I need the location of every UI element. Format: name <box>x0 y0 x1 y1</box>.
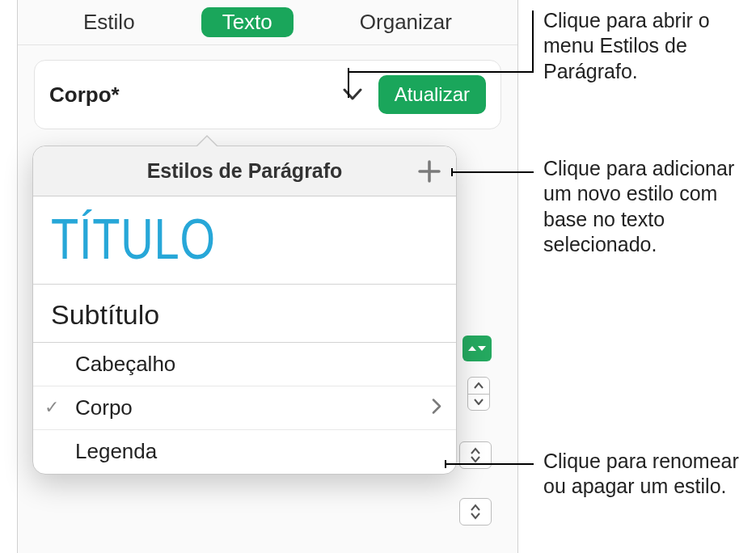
tab-text[interactable]: Texto <box>201 7 294 37</box>
style-item-subtitulo-label: Subtítulo <box>51 299 159 330</box>
callout-lead <box>451 171 534 173</box>
style-item-submenu-button[interactable] <box>432 395 441 420</box>
chevron-up-icon <box>474 382 484 389</box>
chevron-right-icon <box>432 399 441 415</box>
add-style-button[interactable] <box>417 159 441 184</box>
style-item-titulo[interactable]: TÍTULO <box>33 196 456 285</box>
update-style-button[interactable]: Atualizar <box>378 75 486 114</box>
style-item-cabecalho-label: Cabeçalho <box>75 352 175 377</box>
font-size-stepper[interactable] <box>467 377 490 411</box>
callout-add-style: Clique para adicionar um novo estilo com… <box>543 156 754 257</box>
paragraph-styles-popover: Estilos de Parágrafo TÍTULO Subtítulo Ca… <box>32 146 457 475</box>
callout-lead <box>348 71 534 73</box>
current-style-name: Corpo* <box>49 82 341 108</box>
style-item-subtitulo[interactable]: Subtítulo <box>33 285 456 343</box>
tab-arrange[interactable]: Organizar <box>360 10 452 35</box>
style-item-cabecalho[interactable]: Cabeçalho <box>33 343 456 386</box>
checkmark-icon: ✓ <box>44 397 59 418</box>
chevron-down-icon <box>343 88 362 101</box>
dropdown-button-2[interactable] <box>459 498 492 526</box>
callout-open-menu: Clique para abrir o menu Estilos de Pará… <box>543 8 754 84</box>
tab-style[interactable]: Estilo <box>83 10 135 35</box>
paragraph-style-row: Corpo* Atualizar <box>34 60 501 129</box>
callout-lead <box>445 463 534 465</box>
style-item-corpo-label: Corpo <box>75 395 133 420</box>
style-item-legenda-label: Legenda <box>75 439 157 464</box>
plus-icon <box>417 159 441 184</box>
chevron-up-down-icon <box>471 447 480 463</box>
style-item-legenda[interactable]: Legenda <box>33 430 456 474</box>
chevron-down-icon <box>474 399 484 405</box>
chevron-up-down-icon <box>471 504 480 520</box>
popover-title: Estilos de Parágrafo <box>147 159 343 183</box>
callout-rename-delete: Clique para renomear ou apagar um estilo… <box>543 449 754 500</box>
popover-header: Estilos de Parágrafo <box>33 146 456 196</box>
color-popup-button[interactable] <box>462 336 492 361</box>
paragraph-styles-menu-button[interactable] <box>341 83 364 106</box>
style-item-corpo[interactable]: ✓ Corpo <box>33 386 456 430</box>
callout-lead <box>532 11 534 73</box>
style-item-titulo-label: TÍTULO <box>51 216 361 264</box>
tab-bar: Estilo Texto Organizar <box>18 0 517 45</box>
